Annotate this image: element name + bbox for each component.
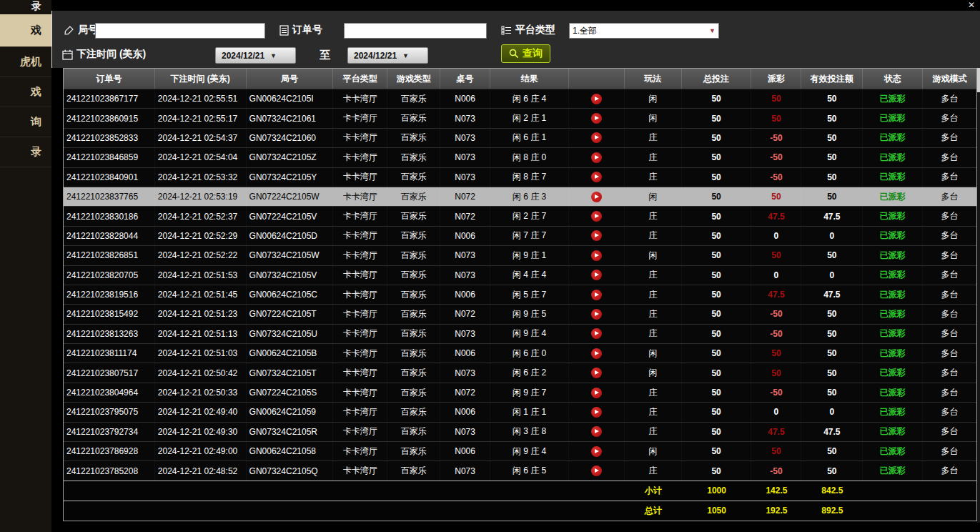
valid-bet: 47.5 bbox=[801, 207, 863, 225]
round-input[interactable] bbox=[95, 23, 265, 39]
table-row[interactable]: 241221023811174 2024-12-21 02:51:03 GN00… bbox=[64, 343, 976, 363]
table-row[interactable]: 241221023830186 2024-12-21 02:52:37 GN07… bbox=[64, 206, 976, 225]
platform-name: 卡卡湾厅 bbox=[333, 187, 387, 206]
game-mode: 多台 bbox=[923, 363, 976, 382]
play-button-icon[interactable] bbox=[591, 446, 602, 457]
play-button-icon[interactable] bbox=[591, 132, 602, 143]
table-row[interactable]: 241221023860915 2024-12-21 02:55:17 GN07… bbox=[64, 108, 976, 127]
play-button-icon[interactable] bbox=[591, 230, 602, 241]
date-from-dropdown[interactable]: 2024/12/21 ▼ bbox=[215, 47, 296, 64]
table-row[interactable]: 241221023828044 2024-12-21 02:52:29 GN00… bbox=[64, 226, 976, 245]
bet-side: 庄 bbox=[625, 325, 682, 343]
table-row[interactable]: 241221023840901 2024-12-21 02:53:32 GN07… bbox=[64, 167, 976, 187]
sidebar-item[interactable]: 虎机 bbox=[0, 47, 51, 77]
calendar-icon bbox=[62, 49, 73, 60]
date-to-dropdown[interactable]: 2024/12/21 ▼ bbox=[347, 47, 428, 64]
bet-side: 闲 bbox=[625, 442, 682, 460]
order-number: 241221023840901 bbox=[64, 168, 155, 187]
table-row[interactable]: 241221023813263 2024-12-21 02:51:13 GN07… bbox=[64, 324, 976, 343]
play-button-icon[interactable] bbox=[591, 290, 602, 300]
sidebar-item[interactable]: 戏 bbox=[0, 14, 51, 47]
play-button-icon[interactable] bbox=[591, 407, 602, 418]
play-button-icon[interactable] bbox=[591, 270, 602, 280]
table-row[interactable]: 241221023786928 2024-12-21 02:49:00 GN00… bbox=[64, 441, 976, 460]
platform-select[interactable]: 1.全部 ▼ bbox=[569, 23, 719, 39]
table-row[interactable]: 241221023826851 2024-12-21 02:52:22 GN07… bbox=[64, 245, 976, 265]
total-bet: 50 bbox=[682, 89, 752, 108]
play-button-icon[interactable] bbox=[591, 368, 602, 378]
sidebar-item[interactable]: 询 bbox=[0, 107, 51, 137]
bet-time: 2024-12-21 02:55:17 bbox=[155, 109, 247, 127]
game-mode: 多台 bbox=[923, 266, 976, 285]
sidebar-item-partial[interactable]: 录 bbox=[0, 0, 51, 14]
table-number: N072 bbox=[440, 187, 490, 206]
play-button-icon[interactable] bbox=[591, 250, 602, 261]
play-button-icon[interactable] bbox=[591, 211, 602, 222]
play-button-icon[interactable] bbox=[591, 426, 602, 437]
play-button-icon[interactable] bbox=[591, 328, 602, 339]
date-from-value: 2024/12/21 bbox=[222, 51, 264, 61]
total-bet: 50 bbox=[682, 363, 752, 382]
total-bet: 50 bbox=[682, 148, 752, 167]
play-button-icon[interactable] bbox=[591, 172, 602, 182]
valid-bet: 50 bbox=[801, 246, 863, 265]
platform-name: 卡卡湾厅 bbox=[333, 305, 387, 323]
table-row[interactable]: 241221023819516 2024-12-21 02:51:45 GN00… bbox=[64, 285, 976, 304]
table-row[interactable]: 241221023804964 2024-12-21 02:50:33 GN07… bbox=[64, 383, 976, 402]
platform-name: 卡卡湾厅 bbox=[333, 207, 387, 225]
table-row[interactable]: 241221023815492 2024-12-21 02:51:23 GN07… bbox=[64, 304, 976, 323]
bet-side: 闲 bbox=[625, 89, 682, 108]
table-row[interactable]: 241221023785208 2024-12-21 02:48:52 GN07… bbox=[64, 460, 976, 480]
play-button-icon[interactable] bbox=[591, 348, 602, 359]
sidebar-item[interactable]: 录 bbox=[0, 137, 51, 167]
status-badge: 已派彩 bbox=[863, 109, 923, 127]
replay-cell bbox=[569, 305, 625, 323]
table-row[interactable]: 241221023820705 2024-12-21 02:51:53 GN07… bbox=[64, 265, 976, 285]
platform-select-value: 1.全部 bbox=[573, 25, 597, 37]
bet-time: 2024-12-21 02:54:37 bbox=[155, 129, 247, 147]
vertical-scrollbar[interactable] bbox=[977, 68, 980, 523]
status-badge: 已派彩 bbox=[863, 89, 923, 108]
total-bet: 50 bbox=[682, 403, 752, 421]
search-icon bbox=[509, 49, 519, 59]
play-button-icon[interactable] bbox=[591, 466, 602, 476]
close-icon[interactable]: ✕ bbox=[968, 0, 975, 10]
order-number: 241221023785208 bbox=[64, 461, 155, 480]
bet-time: 2024-12-21 02:48:52 bbox=[155, 461, 247, 480]
result: 闲 6 庄 5 bbox=[490, 461, 569, 480]
table-row[interactable]: 241221023852833 2024-12-21 02:54:37 GN07… bbox=[64, 128, 976, 147]
play-button-icon[interactable] bbox=[591, 309, 602, 320]
scrollbar-thumb[interactable] bbox=[977, 68, 980, 92]
order-input[interactable] bbox=[344, 23, 487, 39]
play-button-icon[interactable] bbox=[591, 113, 602, 124]
round-id: GN07224C2105W bbox=[247, 187, 334, 206]
result: 闲 6 庄 0 bbox=[490, 344, 569, 363]
search-button[interactable]: 查询 bbox=[501, 44, 550, 63]
game-mode: 多台 bbox=[923, 461, 976, 480]
sidebar-item[interactable]: 戏 bbox=[0, 77, 51, 107]
table-row[interactable]: 241221023792734 2024-12-21 02:49:30 GN07… bbox=[64, 422, 976, 441]
replay-cell bbox=[569, 442, 625, 460]
table-row[interactable]: 241221023846859 2024-12-21 02:54:04 GN07… bbox=[64, 147, 976, 167]
play-button-icon[interactable] bbox=[591, 388, 602, 398]
platform-name: 卡卡湾厅 bbox=[333, 344, 387, 363]
platform-name: 卡卡湾厅 bbox=[333, 89, 387, 108]
total-bet: 50 bbox=[682, 461, 752, 480]
replay-cell bbox=[569, 363, 625, 382]
play-button-icon[interactable] bbox=[591, 192, 602, 202]
table-row[interactable]: 241221023867177 2024-12-21 02:55:51 GN00… bbox=[64, 89, 976, 108]
table-row[interactable]: 241221023837765 2024-12-21 02:53:19 GN07… bbox=[64, 187, 976, 206]
status-badge: 已派彩 bbox=[863, 129, 923, 147]
order-number: 241221023837765 bbox=[64, 187, 155, 206]
replay-cell bbox=[569, 266, 625, 285]
table-row[interactable]: 241221023807517 2024-12-21 02:50:42 GN07… bbox=[64, 363, 976, 382]
play-button-icon[interactable] bbox=[591, 152, 602, 163]
result: 闲 9 庄 7 bbox=[490, 383, 569, 402]
payout: 50 bbox=[751, 344, 801, 363]
payout: 50 bbox=[751, 246, 801, 265]
play-button-icon[interactable] bbox=[591, 94, 602, 104]
game-mode: 多台 bbox=[923, 442, 976, 460]
replay-cell bbox=[569, 129, 625, 147]
game-type: 百家乐 bbox=[387, 246, 440, 265]
table-row[interactable]: 241221023795075 2024-12-21 02:49:40 GN00… bbox=[64, 402, 976, 421]
